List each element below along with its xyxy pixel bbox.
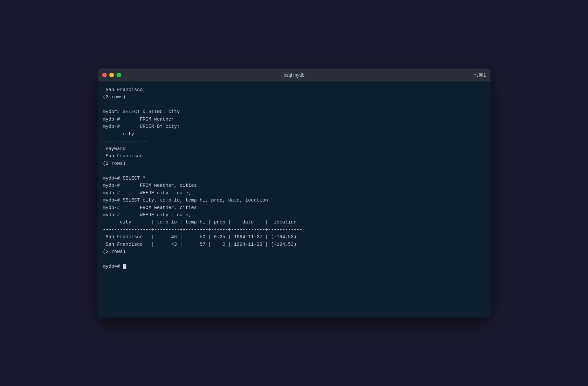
- terminal-content[interactable]: San Francisco (2 rows) mydb=# SELECT DIS…: [98, 82, 490, 318]
- terminal-window: psql mydb ⌥⌘1 San Francisco (2 rows) myd…: [98, 68, 490, 318]
- minimize-button[interactable]: [109, 73, 114, 77]
- traffic-lights: [102, 73, 121, 77]
- titlebar: psql mydb ⌥⌘1: [98, 68, 490, 82]
- close-button[interactable]: [102, 73, 107, 77]
- terminal-cursor: [123, 264, 126, 269]
- maximize-button[interactable]: [117, 73, 121, 77]
- window-title: psql mydb: [284, 72, 304, 78]
- window-shortcut: ⌥⌘1: [473, 72, 486, 78]
